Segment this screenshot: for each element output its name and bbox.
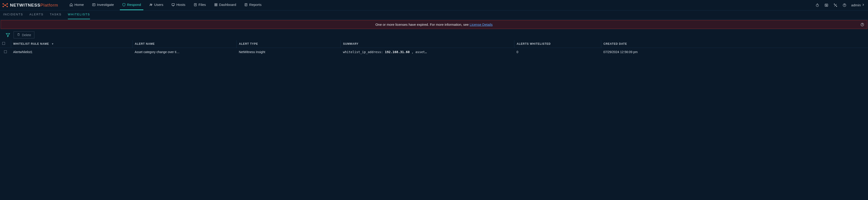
whitelist-toolbar: Delete xyxy=(0,30,868,40)
nav-label: Respond xyxy=(127,3,141,7)
svg-line-5 xyxy=(3,4,5,5)
dashboard-icon xyxy=(214,3,218,6)
summary-suffix: , asset… xyxy=(411,50,427,54)
nav-label: Users xyxy=(154,3,163,7)
column-label: CREATED DATE xyxy=(603,42,627,45)
brand-secondary: Platform xyxy=(40,3,58,7)
tools-icon[interactable] xyxy=(833,3,838,7)
table-row[interactable]: Alertwhilelist1 Asset category change ov… xyxy=(0,48,868,56)
product-logo[interactable]: NETWITNESSPlatform xyxy=(2,2,58,8)
nav-label: Files xyxy=(198,3,206,7)
delete-label: Delete xyxy=(22,33,31,37)
svg-point-13 xyxy=(151,4,152,5)
cell-count: 0 xyxy=(515,48,601,56)
topbar: NETWITNESSPlatform Home Investigate Resp… xyxy=(0,0,868,10)
column-alert-name[interactable]: ALERT NAME xyxy=(132,40,237,48)
logo-icon xyxy=(2,2,8,8)
svg-rect-21 xyxy=(216,4,217,5)
svg-rect-22 xyxy=(215,5,216,6)
banner-help-icon[interactable] xyxy=(860,23,864,27)
user-name: admin xyxy=(851,3,861,7)
select-all-checkbox[interactable] xyxy=(2,42,5,45)
hosts-icon xyxy=(172,3,175,6)
nav-investigate[interactable]: Investigate xyxy=(90,0,116,10)
user-menu[interactable]: admin xyxy=(851,3,864,7)
row-checkbox[interactable] xyxy=(4,51,7,53)
nav-label: Hosts xyxy=(176,3,185,7)
column-alert-type[interactable]: ALERT TYPE xyxy=(237,40,341,48)
topbar-actions: admin xyxy=(815,3,864,7)
column-label: SUMMARY xyxy=(343,42,359,45)
svg-point-12 xyxy=(150,4,151,5)
svg-line-6 xyxy=(5,4,7,5)
nav-dashboard[interactable]: Dashboard xyxy=(212,0,239,10)
reports-icon xyxy=(244,3,248,6)
svg-line-8 xyxy=(5,5,7,6)
delete-button[interactable]: Delete xyxy=(13,31,34,38)
tab-alerts[interactable]: ALERTS xyxy=(29,10,43,19)
tab-whitelists[interactable]: WHITELISTS xyxy=(68,10,90,19)
nav-reports[interactable]: Reports xyxy=(242,0,264,10)
summary-ip: 192.168.31.60 xyxy=(385,50,410,54)
column-alerts-whitelisted[interactable]: ALERTS WHITELISTED xyxy=(515,40,601,48)
svg-rect-23 xyxy=(216,5,217,6)
svg-rect-31 xyxy=(825,4,828,6)
cell-summary: whitelist_ip_address: 192.168.31.60 , as… xyxy=(341,48,515,56)
column-rule-name[interactable]: WHITELIST RULE NAME ▼ xyxy=(11,40,132,48)
shield-icon xyxy=(122,3,126,6)
column-select-all xyxy=(0,40,11,48)
column-created-date[interactable]: CREATED DATE xyxy=(601,40,868,48)
investigate-icon xyxy=(92,3,96,6)
nav-files[interactable]: Files xyxy=(191,0,208,10)
svg-rect-20 xyxy=(215,4,216,5)
tab-tasks[interactable]: TASKS xyxy=(50,10,62,19)
cell-date: 07/29/2024 12:56:09 pm xyxy=(601,48,868,56)
license-banner: One or more licenses have expired. For m… xyxy=(1,20,867,29)
svg-point-34 xyxy=(827,5,827,6)
users-icon xyxy=(149,3,153,6)
sort-desc-icon: ▼ xyxy=(51,42,54,45)
nav-users[interactable]: Users xyxy=(147,0,165,10)
settings-panel-icon[interactable] xyxy=(824,3,829,7)
whitelist-table: WHITELIST RULE NAME ▼ ALERT NAME ALERT T… xyxy=(0,40,868,56)
cell-alert-name: Asset category change over ti… xyxy=(132,48,237,56)
svg-point-32 xyxy=(826,4,826,5)
cell-alert-type: NetWitness Insight xyxy=(237,48,341,56)
svg-rect-14 xyxy=(172,4,175,5)
column-summary[interactable]: SUMMARY xyxy=(341,40,515,48)
license-details-link[interactable]: License Details xyxy=(470,23,493,27)
column-label: ALERT NAME xyxy=(135,42,155,45)
brand-primary: NETWITNESS xyxy=(10,3,40,7)
banner-text: One or more licenses have expired. For m… xyxy=(375,23,470,27)
tab-incidents[interactable]: INCIDENTS xyxy=(3,10,23,19)
nav-label: Dashboard xyxy=(219,3,236,7)
filter-icon[interactable] xyxy=(5,33,10,37)
svg-point-36 xyxy=(834,4,835,4)
timer-icon[interactable] xyxy=(815,3,819,7)
trash-icon xyxy=(17,33,20,37)
column-label: ALERT TYPE xyxy=(239,42,258,45)
summary-key: whitelist_ip_address: xyxy=(343,50,383,54)
files-icon xyxy=(193,3,197,6)
nav-label: Home xyxy=(74,3,84,7)
primary-nav: Home Investigate Respond Users Hosts xyxy=(67,0,264,10)
svg-line-7 xyxy=(3,5,5,6)
column-label: ALERTS WHITELISTED xyxy=(517,42,551,45)
home-icon xyxy=(69,3,73,6)
nav-respond[interactable]: Respond xyxy=(120,0,143,10)
svg-rect-9 xyxy=(92,4,95,6)
column-label: WHITELIST RULE NAME xyxy=(13,42,49,45)
subnav: INCIDENTS ALERTS TASKS WHITELISTS xyxy=(0,10,868,20)
nav-label: Reports xyxy=(249,3,261,7)
cell-rule-name: Alertwhilelist1 xyxy=(11,48,132,56)
chevron-right-icon xyxy=(862,3,864,7)
help-icon[interactable] xyxy=(842,3,847,7)
nav-home[interactable]: Home xyxy=(67,0,86,10)
nav-hosts[interactable]: Hosts xyxy=(169,0,188,10)
nav-label: Investigate xyxy=(97,3,114,7)
